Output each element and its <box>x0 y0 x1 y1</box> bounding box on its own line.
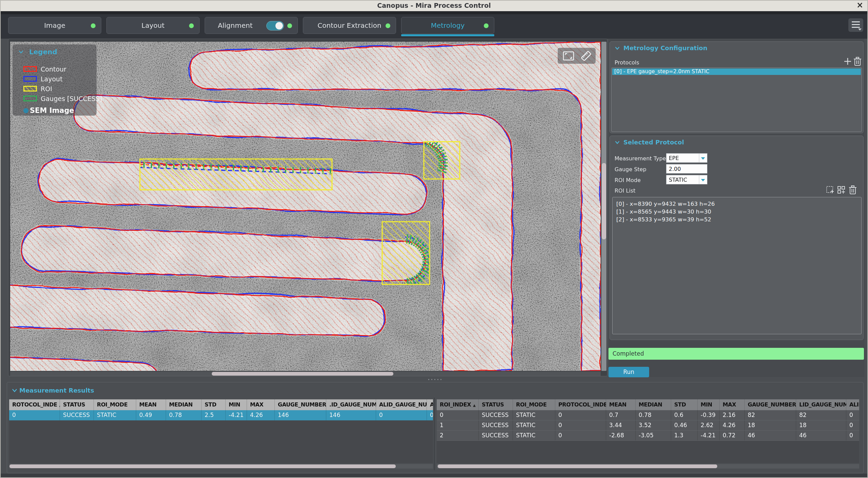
column-header[interactable]: ALID_GAUGE_NUM <box>376 399 427 410</box>
vertical-scrollbar[interactable] <box>601 42 606 371</box>
horizontal-scrollbar[interactable] <box>10 372 601 376</box>
column-header[interactable]: PROTOCOL_INDEX <box>555 399 606 410</box>
column-header[interactable]: MAX <box>720 399 745 410</box>
close-icon[interactable]: × <box>856 0 863 10</box>
legend-swatch <box>23 66 37 72</box>
add-protocol-icon[interactable] <box>843 57 852 66</box>
legend-sem-image-row[interactable]: SEM Image <box>13 106 97 116</box>
table-row[interactable]: 2SUCCESSSTATIC0-2.68-3.051.3-4.210.72464… <box>437 431 859 441</box>
roi-list-item[interactable]: [2] - x=8533 y=9365 w=39 h=52 <box>613 216 861 223</box>
legend-item: ROI <box>13 85 97 95</box>
column-header[interactable]: STD <box>671 399 698 410</box>
chevron-down-icon[interactable] <box>615 141 620 144</box>
roi-results-table[interactable]: ROI_INDEX▲STATUSROI_MODEPROTOCOL_INDEXME… <box>437 399 859 463</box>
scrollbar-thumb[interactable] <box>212 372 393 376</box>
tab-label: Layout <box>107 21 199 29</box>
column-header[interactable]: ROI_MODE <box>513 399 555 410</box>
table-row[interactable]: 0SUCCESSSTATIC0.490.782.5-4.214.26146146… <box>9 410 433 420</box>
fit-view-icon[interactable] <box>562 51 575 61</box>
section-title: Selected Protocol <box>623 139 684 146</box>
selected-protocol-group: Selected Protocol Measurement Type EPE G… <box>609 136 864 340</box>
legend-item: Layout <box>13 75 97 85</box>
column-header[interactable]: MEAN <box>606 399 636 410</box>
column-header[interactable]: MAX <box>247 399 275 410</box>
chevron-down-icon[interactable] <box>615 46 620 50</box>
column-header[interactable]: STATUS <box>479 399 513 410</box>
measurement-type-combo[interactable]: EPE <box>666 153 707 163</box>
roi-list-item[interactable]: [0] - x=8390 y=9432 w=163 h=26 <box>613 200 861 208</box>
status-dot <box>287 23 292 28</box>
section-title: Metrology Configuration <box>623 44 707 52</box>
legend-panel: Legend Contour Layout ROI Gauges [SUCCES… <box>13 44 97 116</box>
ruler-icon[interactable] <box>580 50 592 62</box>
table-row[interactable]: 0SUCCESSSTATIC00.70.780.6-0.392.1682820 <box>437 410 859 420</box>
column-header[interactable]: ROI_INDEX▲ <box>437 399 479 410</box>
tab-label: Image <box>8 21 101 29</box>
table-divider <box>434 398 435 470</box>
protocol-results-table[interactable]: ROTOCOL_INDE▲STATUSROI_MODEMEANMEDIANSTD… <box>9 399 433 463</box>
column-header[interactable]: MEDIAN <box>166 399 202 410</box>
chevron-down-icon[interactable] <box>18 50 24 54</box>
column-header[interactable]: STD <box>202 399 226 410</box>
table-body: 0SUCCESSSTATIC00.70.780.6-0.392.16828201… <box>437 410 859 441</box>
legend-label: Layout <box>41 75 63 83</box>
tab-image[interactable]: Image <box>8 17 101 34</box>
sem-image-label: SEM Image <box>30 106 74 115</box>
chevron-down-icon[interactable] <box>12 389 17 392</box>
combo-dropdown[interactable] <box>699 175 707 184</box>
column-header[interactable]: LID_GAUGE_NUMB <box>796 399 846 410</box>
splitter-dots <box>427 379 443 380</box>
delete-roi-icon[interactable] <box>848 184 857 195</box>
radio-icon[interactable] <box>23 108 28 113</box>
table-header-row: ROTOCOL_INDE▲STATUSROI_MODEMEANMEDIANSTD… <box>9 399 433 410</box>
delete-protocol-icon[interactable] <box>853 56 862 67</box>
protocol-list-item[interactable]: [0] - EPE gauge_step=2.0nm STATIC <box>612 68 861 75</box>
column-header[interactable]: ROI_MODE <box>94 399 136 410</box>
scrollbar-thumb[interactable] <box>438 464 717 468</box>
add-roi-grid-icon[interactable] <box>837 185 846 194</box>
splitter-handle[interactable] <box>1 377 867 382</box>
scrollbar-thumb[interactable] <box>602 163 606 239</box>
tab-alignment[interactable]: Alignment <box>205 17 298 34</box>
gauge-step-input[interactable]: 2.00 <box>666 164 707 174</box>
combo-dropdown[interactable] <box>699 154 707 162</box>
column-header[interactable]: MIN <box>698 399 720 410</box>
table-row[interactable]: 1SUCCESSSTATIC03.443.520.462.624.2618180 <box>437 420 859 431</box>
legend-title: Legend <box>29 48 57 56</box>
roi-list[interactable]: [0] - x=8390 y=9432 w=163 h=26[1] - x=85… <box>612 197 862 334</box>
tab-layout[interactable]: Layout <box>106 17 200 34</box>
legend-label: Contour <box>41 65 66 73</box>
draw-roi-icon[interactable] <box>826 185 834 194</box>
protocols-label: Protocols <box>615 59 639 66</box>
scrollbar-thumb[interactable] <box>9 464 396 468</box>
roi-mode-combo[interactable]: STATIC <box>666 175 707 184</box>
alignment-toggle[interactable] <box>266 21 284 31</box>
tab-bar: Image Layout Alignment Contour Extractio… <box>1 11 867 39</box>
roi-list-item[interactable]: [1] - x=8565 y=9443 w=30 h=30 <box>613 208 861 216</box>
column-header[interactable]: MEDIAN <box>636 399 671 410</box>
viewer-toolbar <box>558 48 596 64</box>
column-header[interactable]: ROTOCOL_INDE▲ <box>9 399 60 410</box>
legend-item: Gauges [SUCCESS] <box>13 95 97 105</box>
legend-item: Contour <box>13 65 97 75</box>
legend-label: Gauges [SUCCESS] <box>41 95 102 102</box>
selected-tab-underline <box>401 34 494 36</box>
sem-image-viewer[interactable]: Legend Contour Layout ROI Gauges [SUCCES… <box>8 39 607 376</box>
left-table-hscrollbar[interactable] <box>9 464 433 469</box>
column-header[interactable]: GAUGE_NUMBER <box>745 399 796 410</box>
hamburger-menu-icon[interactable] <box>848 18 863 32</box>
protocols-list[interactable]: [0] - EPE gauge_step=2.0nm STATIC <box>611 67 862 132</box>
column-header[interactable]: GAUGE_NUMBER <box>275 399 326 410</box>
column-header[interactable]: MIN <box>226 399 247 410</box>
tab-contour-extraction[interactable]: Contour Extraction <box>303 17 396 34</box>
run-button[interactable]: Run <box>608 367 649 377</box>
tab-metrology[interactable]: Metrology <box>401 17 494 34</box>
title-bar: Canopus - Mira Process Control × <box>1 0 867 11</box>
column-header[interactable]: A <box>427 399 433 410</box>
column-header[interactable]: MEAN <box>136 399 166 410</box>
column-header[interactable]: ALID <box>846 399 859 410</box>
column-header[interactable]: STATUS <box>60 399 94 410</box>
right-table-hscrollbar[interactable] <box>437 464 859 469</box>
sem-image <box>10 42 601 371</box>
column-header[interactable]: .ID_GAUGE_NUME <box>326 399 376 410</box>
